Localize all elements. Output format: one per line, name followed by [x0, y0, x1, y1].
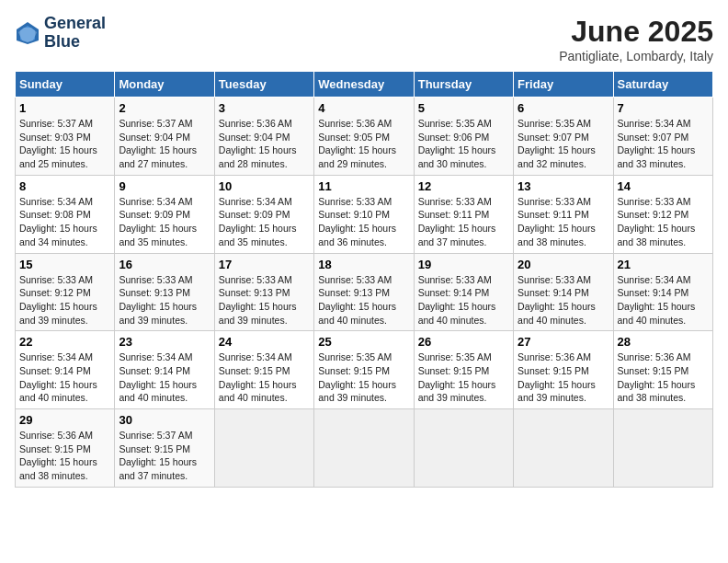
cell-info: Sunrise: 5:34 AMSunset: 9:15 PMDaylight:… — [219, 351, 297, 403]
calendar-cell: 27 Sunrise: 5:36 AMSunset: 9:15 PMDaylig… — [514, 331, 613, 409]
calendar-cell — [414, 409, 513, 488]
day-number: 9 — [119, 179, 210, 193]
cell-info: Sunrise: 5:33 AMSunset: 9:13 PMDaylight:… — [219, 274, 297, 326]
calendar-cell: 23 Sunrise: 5:34 AMSunset: 9:14 PMDaylig… — [115, 331, 214, 409]
calendar-cell: 6 Sunrise: 5:35 AMSunset: 9:07 PMDayligh… — [514, 98, 613, 176]
cell-info: Sunrise: 5:37 AMSunset: 9:15 PMDaylight:… — [119, 430, 197, 481]
day-header-saturday: Saturday — [613, 72, 712, 98]
calendar-cell: 4 Sunrise: 5:36 AMSunset: 9:05 PMDayligh… — [314, 98, 414, 176]
day-number: 10 — [219, 179, 310, 193]
calendar-cell: 29 Sunrise: 5:36 AMSunset: 9:15 PMDaylig… — [16, 409, 115, 488]
page-header: General Blue June 2025 Pantigliate, Lomb… — [15, 15, 713, 63]
day-header-monday: Monday — [115, 72, 214, 98]
cell-info: Sunrise: 5:33 AMSunset: 9:11 PMDaylight:… — [518, 196, 596, 247]
cell-info: Sunrise: 5:34 AMSunset: 9:07 PMDaylight:… — [618, 118, 696, 169]
cell-info: Sunrise: 5:36 AMSunset: 9:15 PMDaylight:… — [618, 351, 696, 403]
calendar-cell: 12 Sunrise: 5:33 AMSunset: 9:11 PMDaylig… — [414, 175, 513, 253]
cell-info: Sunrise: 5:34 AMSunset: 9:14 PMDaylight:… — [19, 351, 97, 403]
day-number: 19 — [418, 258, 509, 271]
calendar-cell: 3 Sunrise: 5:36 AMSunset: 9:04 PMDayligh… — [214, 98, 313, 176]
calendar-cell: 24 Sunrise: 5:34 AMSunset: 9:15 PMDaylig… — [214, 331, 313, 409]
day-number: 26 — [418, 335, 509, 349]
title-area: June 2025 Pantigliate, Lombardy, Italy — [559, 15, 713, 63]
cell-info: Sunrise: 5:37 AMSunset: 9:04 PMDaylight:… — [119, 118, 197, 169]
calendar-cell: 14 Sunrise: 5:33 AMSunset: 9:12 PMDaylig… — [613, 175, 712, 253]
day-number: 17 — [219, 258, 310, 271]
day-number: 2 — [119, 101, 210, 115]
calendar-table: SundayMondayTuesdayWednesdayThursdayFrid… — [15, 71, 713, 488]
cell-info: Sunrise: 5:35 AMSunset: 9:07 PMDaylight:… — [518, 118, 596, 169]
day-number: 12 — [418, 179, 509, 193]
cell-info: Sunrise: 5:33 AMSunset: 9:13 PMDaylight:… — [318, 274, 396, 326]
day-number: 4 — [318, 101, 409, 115]
day-number: 16 — [119, 258, 210, 271]
day-number: 30 — [119, 413, 210, 427]
day-number: 14 — [618, 179, 709, 193]
calendar-cell: 19 Sunrise: 5:33 AMSunset: 9:14 PMDaylig… — [414, 253, 513, 331]
day-number: 5 — [418, 101, 509, 115]
calendar-cell: 22 Sunrise: 5:34 AMSunset: 9:14 PMDaylig… — [16, 331, 115, 409]
logo-icon — [15, 20, 40, 46]
day-number: 6 — [518, 101, 609, 115]
cell-info: Sunrise: 5:33 AMSunset: 9:14 PMDaylight:… — [518, 274, 596, 326]
day-header-sunday: Sunday — [16, 72, 115, 98]
day-number: 23 — [119, 335, 210, 349]
cell-info: Sunrise: 5:34 AMSunset: 9:14 PMDaylight:… — [119, 351, 197, 403]
day-header-friday: Friday — [514, 72, 613, 98]
calendar-cell: 8 Sunrise: 5:34 AMSunset: 9:08 PMDayligh… — [16, 175, 115, 253]
cell-info: Sunrise: 5:33 AMSunset: 9:12 PMDaylight:… — [618, 196, 696, 247]
calendar-cell — [514, 409, 613, 488]
calendar-cell: 28 Sunrise: 5:36 AMSunset: 9:15 PMDaylig… — [613, 331, 712, 409]
day-number: 28 — [618, 335, 709, 349]
day-header-tuesday: Tuesday — [214, 72, 313, 98]
cell-info: Sunrise: 5:34 AMSunset: 9:09 PMDaylight:… — [219, 196, 297, 247]
calendar-cell — [613, 409, 712, 488]
cell-info: Sunrise: 5:36 AMSunset: 9:04 PMDaylight:… — [219, 118, 297, 169]
cell-info: Sunrise: 5:33 AMSunset: 9:12 PMDaylight:… — [19, 274, 97, 326]
calendar-cell: 25 Sunrise: 5:35 AMSunset: 9:15 PMDaylig… — [314, 331, 414, 409]
day-number: 27 — [518, 335, 609, 349]
cell-info: Sunrise: 5:33 AMSunset: 9:13 PMDaylight:… — [119, 274, 197, 326]
month-title: June 2025 — [559, 15, 713, 49]
day-number: 24 — [219, 335, 310, 349]
calendar-cell: 9 Sunrise: 5:34 AMSunset: 9:09 PMDayligh… — [115, 175, 214, 253]
calendar-cell: 7 Sunrise: 5:34 AMSunset: 9:07 PMDayligh… — [613, 98, 712, 176]
calendar-cell: 16 Sunrise: 5:33 AMSunset: 9:13 PMDaylig… — [115, 253, 214, 331]
day-number: 1 — [19, 101, 110, 115]
calendar-cell: 1 Sunrise: 5:37 AMSunset: 9:03 PMDayligh… — [16, 98, 115, 176]
calendar-cell — [314, 409, 414, 488]
day-number: 18 — [318, 258, 409, 271]
cell-info: Sunrise: 5:33 AMSunset: 9:11 PMDaylight:… — [418, 196, 496, 247]
day-number: 7 — [618, 101, 709, 115]
calendar-cell: 26 Sunrise: 5:35 AMSunset: 9:15 PMDaylig… — [414, 331, 513, 409]
day-number: 3 — [219, 101, 310, 115]
day-number: 11 — [318, 179, 409, 193]
calendar-cell: 21 Sunrise: 5:34 AMSunset: 9:14 PMDaylig… — [613, 253, 712, 331]
cell-info: Sunrise: 5:36 AMSunset: 9:15 PMDaylight:… — [19, 430, 97, 481]
cell-info: Sunrise: 5:36 AMSunset: 9:15 PMDaylight:… — [518, 351, 596, 403]
calendar-cell: 11 Sunrise: 5:33 AMSunset: 9:10 PMDaylig… — [314, 175, 414, 253]
day-number: 15 — [19, 258, 110, 271]
day-number: 29 — [19, 413, 110, 427]
day-number: 20 — [518, 258, 609, 271]
day-number: 25 — [318, 335, 409, 349]
location-subtitle: Pantigliate, Lombardy, Italy — [559, 49, 713, 63]
day-number: 8 — [19, 179, 110, 193]
calendar-cell: 10 Sunrise: 5:34 AMSunset: 9:09 PMDaylig… — [214, 175, 313, 253]
calendar-cell: 15 Sunrise: 5:33 AMSunset: 9:12 PMDaylig… — [16, 253, 115, 331]
day-header-thursday: Thursday — [414, 72, 513, 98]
calendar-cell: 18 Sunrise: 5:33 AMSunset: 9:13 PMDaylig… — [314, 253, 414, 331]
cell-info: Sunrise: 5:36 AMSunset: 9:05 PMDaylight:… — [318, 118, 396, 169]
day-number: 22 — [19, 335, 110, 349]
cell-info: Sunrise: 5:33 AMSunset: 9:10 PMDaylight:… — [318, 196, 396, 247]
cell-info: Sunrise: 5:35 AMSunset: 9:15 PMDaylight:… — [318, 351, 396, 403]
day-header-wednesday: Wednesday — [314, 72, 414, 98]
cell-info: Sunrise: 5:35 AMSunset: 9:15 PMDaylight:… — [418, 351, 496, 403]
logo: General Blue — [15, 15, 106, 52]
cell-info: Sunrise: 5:34 AMSunset: 9:14 PMDaylight:… — [618, 274, 696, 326]
calendar-cell: 20 Sunrise: 5:33 AMSunset: 9:14 PMDaylig… — [514, 253, 613, 331]
day-number: 21 — [618, 258, 709, 271]
cell-info: Sunrise: 5:34 AMSunset: 9:08 PMDaylight:… — [19, 196, 97, 247]
calendar-cell: 5 Sunrise: 5:35 AMSunset: 9:06 PMDayligh… — [414, 98, 513, 176]
cell-info: Sunrise: 5:33 AMSunset: 9:14 PMDaylight:… — [418, 274, 496, 326]
